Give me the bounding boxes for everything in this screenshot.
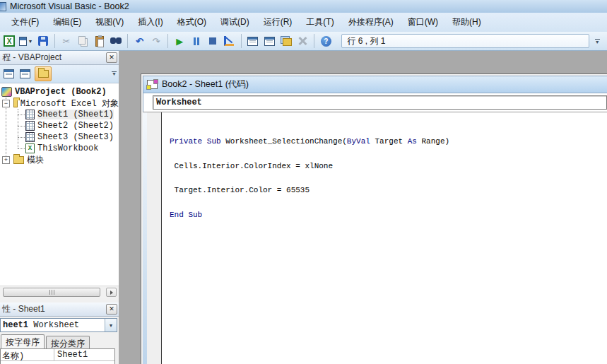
menu-format[interactable]: 格式(O) xyxy=(170,13,213,31)
save-icon[interactable] xyxy=(36,35,49,48)
help-icon[interactable]: ? xyxy=(319,35,332,48)
insert-dropdown-icon[interactable]: ▼ xyxy=(28,39,33,44)
tree-item-modules-folder[interactable]: 模块 xyxy=(0,154,119,165)
workbook-icon: X xyxy=(25,143,35,153)
view-excel-icon[interactable]: X xyxy=(3,35,16,48)
cut-icon[interactable]: ✂ xyxy=(60,35,73,48)
object-type: Worksheet xyxy=(28,320,79,330)
project-explorer-title: 程 - VBAProject xyxy=(2,52,106,64)
panel-overflow-icon[interactable]: ▼ xyxy=(112,71,117,76)
property-value[interactable]: Sheet1 xyxy=(54,349,114,360)
expand-icon[interactable]: + xyxy=(2,156,10,164)
vba-project-icon xyxy=(1,87,12,97)
worksheet-icon xyxy=(25,121,35,131)
left-dock: 程 - VBAProject ✕ ▼ − + VBAProject (Book2… xyxy=(0,51,119,364)
project-tree: − + VBAProject (Book2) Microsoft Excel 对… xyxy=(0,83,119,286)
properties-window-icon[interactable] xyxy=(263,35,276,48)
code-window-titlebar[interactable]: Book2 - Sheet1 (代码) xyxy=(143,76,607,93)
toolbar-overflow-icon[interactable]: ▼ xyxy=(593,39,601,44)
project-horizontal-scrollbar[interactable] xyxy=(0,286,119,298)
menu-file[interactable]: 文件(F) xyxy=(4,13,46,31)
tree-item-excel-objects-folder[interactable]: Microsoft Excel 对象 xyxy=(0,98,119,109)
main-toolbar: X ▼ ✂ ↶ ↷ ▶ ? 行 6 , 列 1 ▼ xyxy=(0,32,607,51)
cursor-position-status: 行 6 , 列 1 xyxy=(341,34,589,48)
window-titlebar: Microsoft Visual Basic - Book2 xyxy=(0,0,607,13)
menu-addins[interactable]: 外接程序(A) xyxy=(341,13,401,31)
find-icon[interactable] xyxy=(110,35,122,48)
menu-insert[interactable]: 插入(I) xyxy=(131,13,170,31)
toolbar-separator xyxy=(54,34,55,48)
object-dropdown[interactable]: Worksheet xyxy=(153,95,607,110)
chevron-down-icon[interactable]: ▼ xyxy=(105,319,117,331)
code-window-title: Book2 - Sheet1 (代码) xyxy=(162,78,249,90)
menu-view[interactable]: 视图(V) xyxy=(88,13,131,31)
menu-run[interactable]: 运行(R) xyxy=(257,13,300,31)
menu-bar: 文件(F) 编辑(E) 视图(V) 插入(I) 格式(O) 调试(D) 运行(R… xyxy=(0,13,607,32)
tree-connector xyxy=(18,148,25,149)
menu-debug[interactable]: 调试(D) xyxy=(213,13,257,31)
toggle-folders-button[interactable] xyxy=(35,66,52,81)
menu-edit[interactable]: 编辑(E) xyxy=(46,13,88,31)
collapse-icon[interactable]: − xyxy=(2,100,10,107)
code-combo-row: Worksheet xyxy=(143,93,607,112)
code-margin-indicator-bar[interactable] xyxy=(147,112,162,364)
property-row-name[interactable]: 名称) Sheet1 xyxy=(1,349,114,361)
worksheet-icon xyxy=(25,110,35,119)
code-window-icon xyxy=(147,80,158,89)
project-explorer-toolbar: ▼ xyxy=(0,65,119,83)
properties-grid: 名称) Sheet1 xyxy=(0,348,115,364)
view-code-icon[interactable] xyxy=(2,67,16,81)
mdi-background: Book2 - Sheet1 (代码) Worksheet Private Su… xyxy=(119,51,607,364)
toolbar-separator xyxy=(127,34,128,48)
properties-tabs: 按字母序 按分类序 xyxy=(0,334,119,348)
open-folder-icon xyxy=(13,100,18,107)
tab-categorized[interactable]: 按分类序 xyxy=(46,336,90,348)
properties-title: 性 - Sheet1 xyxy=(2,303,106,315)
menu-help[interactable]: 帮助(H) xyxy=(445,13,488,31)
window-title: Microsoft Visual Basic - Book2 xyxy=(10,1,129,11)
code-line: Private Sub Worksheet_SelectionChange(By… xyxy=(170,138,607,146)
redo-icon[interactable]: ↷ xyxy=(150,35,163,48)
folder-icon xyxy=(38,70,49,78)
properties-header: 性 - Sheet1 ✕ xyxy=(0,303,119,317)
break-icon[interactable] xyxy=(189,35,202,48)
toolbar-separator xyxy=(167,34,168,48)
code-line: End Sub xyxy=(170,211,607,220)
undo-icon[interactable]: ↶ xyxy=(133,35,146,48)
closed-folder-icon xyxy=(13,156,24,164)
tree-item-project-root[interactable]: VBAProject (Book2) xyxy=(0,86,119,98)
paste-icon[interactable] xyxy=(93,35,106,48)
code-line: Target.Interior.Color = 65535 xyxy=(170,187,607,195)
properties-object-row: heet1 Worksheet ▼ xyxy=(0,317,119,334)
property-name: 名称) xyxy=(1,349,54,360)
run-icon[interactable]: ▶ xyxy=(173,35,186,48)
menu-tools[interactable]: 工具(T) xyxy=(299,13,341,31)
scrollbar-right-arrow-icon[interactable] xyxy=(106,288,117,297)
toolbar-separator xyxy=(314,34,314,48)
scrollbar-thumb[interactable] xyxy=(3,288,100,297)
project-explorer-header: 程 - VBAProject ✕ xyxy=(0,51,119,65)
project-explorer-close-icon[interactable]: ✕ xyxy=(106,52,117,63)
tab-alphabetic[interactable]: 按字母序 xyxy=(1,334,45,348)
object-name: heet1 xyxy=(3,320,28,330)
code-editor[interactable]: Private Sub Worksheet_SelectionChange(By… xyxy=(162,112,607,364)
app-icon xyxy=(0,2,6,11)
tree-connector xyxy=(18,126,25,127)
insert-userform-icon[interactable]: ▼ xyxy=(19,35,33,48)
toolbar-separator xyxy=(241,34,242,48)
dock-splitter[interactable] xyxy=(0,298,119,303)
view-object-icon[interactable] xyxy=(18,67,32,81)
copy-icon[interactable] xyxy=(76,35,89,48)
properties-close-icon[interactable]: ✕ xyxy=(106,304,117,315)
object-browser-icon[interactable] xyxy=(279,35,292,48)
design-mode-icon[interactable] xyxy=(223,35,235,48)
menu-window[interactable]: 窗口(W) xyxy=(401,13,445,31)
toolbox-icon[interactable] xyxy=(296,35,309,48)
tree-connector xyxy=(18,137,25,138)
tree-connector xyxy=(18,115,25,115)
code-body: Private Sub Worksheet_SelectionChange(By… xyxy=(143,112,607,364)
project-explorer-icon[interactable] xyxy=(247,35,259,48)
properties-object-combo[interactable]: heet1 Worksheet ▼ xyxy=(0,318,117,332)
code-window: Book2 - Sheet1 (代码) Worksheet Private Su… xyxy=(141,74,607,364)
reset-icon[interactable] xyxy=(206,35,219,48)
